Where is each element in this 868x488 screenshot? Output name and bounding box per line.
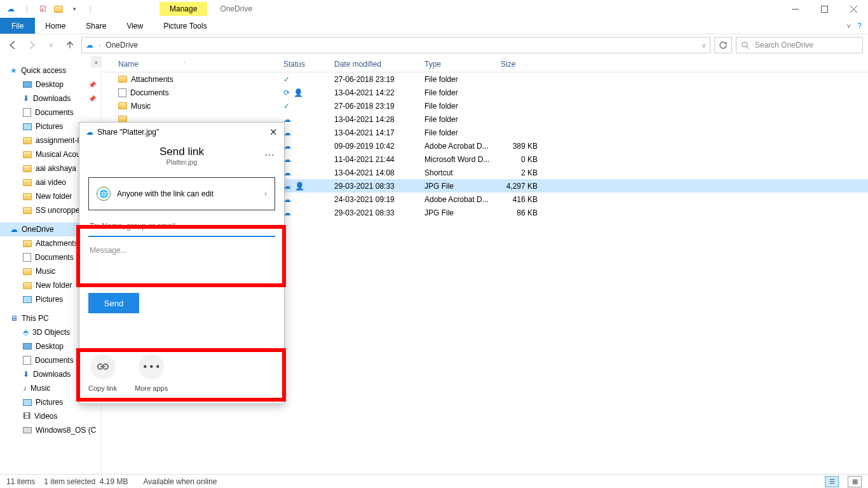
more-apps-button[interactable]: • • • More apps: [135, 354, 168, 392]
file-row[interactable]: Documents⟳👤13-04-2021 14:22File folder: [102, 86, 868, 99]
sidebar-label: Desktop: [36, 342, 64, 351]
sidebar-label: Documents: [35, 108, 74, 117]
dialog-title: Share "Platter.jpg": [97, 128, 159, 137]
ribbon-collapse-icon[interactable]: ⋎: [846, 22, 851, 29]
more-icon: • • •: [139, 354, 164, 379]
breadcrumb-sep-icon: ›: [98, 42, 100, 49]
sidebar-label: Quick access: [21, 66, 66, 75]
sidebar-label: Documents: [35, 253, 74, 262]
folder-icon: [23, 282, 32, 289]
qat-dropdown-icon[interactable]: ▾: [67, 2, 81, 16]
to-field[interactable]: To: Name, group or email: [88, 217, 275, 237]
dialog-heading: Send link Platter.jpg: [79, 142, 284, 168]
sidebar-label: aai akshaya bi: [36, 164, 85, 173]
col-name[interactable]: Name˄: [113, 60, 278, 69]
folder-icon: [23, 193, 32, 200]
sidebar-item[interactable]: ⬇Downloads📌: [0, 92, 101, 105]
close-icon[interactable]: ✕: [269, 126, 278, 138]
share-dialog: ☁ Share "Platter.jpg" ✕ Send link Platte…: [79, 122, 285, 404]
manage-tab[interactable]: Manage: [159, 2, 207, 16]
recent-dropdown[interactable]: ⋎: [43, 37, 58, 53]
svg-rect-0: [792, 9, 799, 10]
sidebar-label: New folder: [36, 281, 72, 290]
sidebar-quick-access[interactable]: ★ Quick access: [0, 64, 101, 78]
sidebar-label: Pictures: [36, 295, 63, 304]
address-dropdown-icon[interactable]: ⋎: [702, 42, 706, 49]
scope-text: Anyone with the link can edit: [117, 189, 214, 198]
search-placeholder: Search OneDrive: [755, 41, 813, 50]
sidebar-label: OneDrive: [22, 225, 54, 234]
column-headers: Name˄ Status Date modified Type Size: [102, 56, 868, 72]
tab-picture-tools[interactable]: Picture Tools: [153, 18, 217, 34]
cloud-icon: ☁: [86, 41, 93, 50]
col-size[interactable]: Size: [496, 60, 543, 69]
tab-home[interactable]: Home: [35, 18, 76, 34]
qat-folder-icon[interactable]: [51, 2, 65, 16]
desktop-icon: [23, 343, 32, 349]
titlebar: ☁ | ☑ ▾ | Manage OneDrive: [0, 0, 868, 18]
tab-file[interactable]: File: [0, 18, 35, 34]
copy-link-button[interactable]: Copy link: [88, 354, 117, 392]
status-availability: Available when online: [143, 477, 217, 486]
file-row[interactable]: Attachments✓27-06-2018 23:19File folder: [102, 72, 868, 86]
document-icon: [23, 356, 31, 365]
chevron-right-icon: ›: [264, 189, 267, 198]
dialog-titlebar: ☁ Share "Platter.jpg" ✕: [79, 123, 284, 142]
send-button[interactable]: Send: [88, 293, 139, 313]
details-view-button[interactable]: ☰: [825, 476, 839, 487]
col-date[interactable]: Date modified: [329, 60, 419, 69]
back-button[interactable]: [5, 37, 20, 53]
ribbon-help: ⋎ ?: [846, 18, 868, 34]
help-icon[interactable]: ?: [857, 22, 862, 30]
document-icon: [23, 108, 31, 117]
tab-view[interactable]: View: [116, 18, 153, 34]
dialog-actions: Copy link • • • More apps: [79, 354, 284, 392]
more-options-icon[interactable]: ···: [265, 151, 275, 159]
qat-properties-icon[interactable]: ☑: [36, 2, 50, 16]
maximize-button[interactable]: [810, 0, 839, 18]
sidebar-label: Musical Acou: [36, 150, 81, 159]
folder-icon: [23, 240, 32, 247]
icons-view-button[interactable]: ▦: [848, 476, 862, 487]
music-icon: ♪: [23, 384, 27, 393]
col-status[interactable]: Status: [278, 60, 329, 69]
col-type[interactable]: Type: [419, 60, 496, 69]
search-input[interactable]: Search OneDrive: [736, 37, 863, 53]
file-row[interactable]: Music✓27-06-2018 23:19File folder: [102, 99, 868, 112]
sidebar-item[interactable]: 🎞Videos: [0, 409, 101, 423]
sidebar-label: Attachments: [36, 239, 78, 248]
status-item-count: 11 items: [6, 477, 35, 486]
document-icon: [23, 253, 31, 262]
up-button[interactable]: [62, 37, 78, 53]
close-button[interactable]: [839, 0, 868, 18]
objects-icon: ⬘: [23, 328, 29, 337]
svg-rect-1: [821, 6, 827, 12]
pc-icon: 🖥: [10, 314, 18, 323]
sidebar-label: Music: [36, 267, 55, 276]
address-bar[interactable]: ☁ › OneDrive ⋎: [81, 37, 710, 53]
sidebar-item[interactable]: Windows8_OS (C: [0, 423, 101, 437]
sidebar-label: SS uncropped: [36, 206, 84, 215]
sidebar-label: assignment-8: [36, 136, 81, 145]
breadcrumb-onedrive[interactable]: OneDrive: [105, 41, 138, 50]
status-bar: 11 items 1 item selected 4.19 MB Availab…: [0, 474, 868, 488]
sidebar-item[interactable]: Desktop📌: [0, 78, 101, 92]
folder-icon: [23, 137, 32, 144]
window-title: OneDrive: [210, 2, 262, 16]
minimize-button[interactable]: [780, 0, 810, 18]
scroll-up-icon[interactable]: ▴: [91, 56, 101, 67]
sidebar-label: Desktop: [36, 80, 64, 89]
message-field[interactable]: Message...: [88, 237, 275, 287]
onedrive-qat-icon[interactable]: ☁: [4, 2, 18, 16]
tab-share[interactable]: Share: [76, 18, 116, 34]
dialog-subheading: Platter.jpg: [79, 158, 284, 166]
link-scope-button[interactable]: 🌐 Anyone with the link can edit ›: [88, 177, 275, 210]
sidebar-item[interactable]: Documents: [0, 105, 101, 119]
sidebar-label: aai video: [36, 178, 66, 187]
folder-icon: [23, 268, 32, 275]
folder-icon: [23, 207, 32, 214]
refresh-button[interactable]: [714, 37, 732, 53]
window-controls: [780, 0, 868, 18]
forward-button[interactable]: [24, 37, 39, 53]
nav-toolbar: ⋎ ☁ › OneDrive ⋎ Search OneDrive: [0, 34, 868, 56]
